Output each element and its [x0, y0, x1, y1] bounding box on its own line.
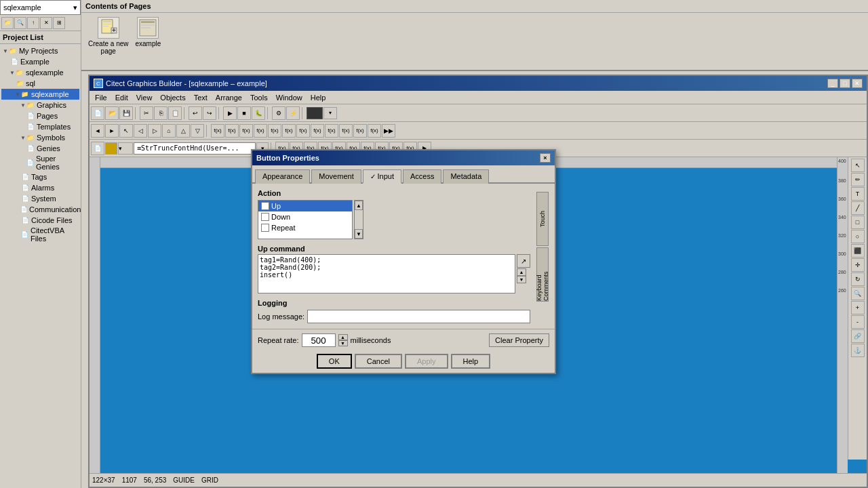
button-properties-dialog: Button Properties × Appearance Movement …: [251, 149, 556, 374]
action-up[interactable]: ✓ Up: [258, 201, 352, 211]
dialog-tabs: Appearance Movement ✓ Input Access Metad…: [252, 165, 555, 184]
apply-button[interactable]: Apply: [405, 354, 448, 369]
action-section: Action ✓ Up Down: [258, 189, 530, 239]
up-command-row: tag1=Rand(400); tag2=Rand(200); insert()…: [258, 254, 530, 293]
up-command-section: Up command tag1=Rand(400); tag2=Rand(200…: [258, 245, 530, 293]
cmd-btn-cursor[interactable]: ↗: [517, 254, 530, 268]
dialog-main-row: Action ✓ Up Down: [258, 189, 549, 323]
spin-up[interactable]: ▲: [338, 334, 348, 340]
logging-section: Logging Log message:: [258, 299, 530, 323]
side-tab-touch[interactable]: Touch: [536, 192, 549, 246]
checkbox-down[interactable]: [261, 213, 269, 221]
dialog-left-col: Action ✓ Up Down: [258, 189, 530, 323]
log-message-label: Log message:: [258, 312, 304, 321]
action-list-scrollbar[interactable]: ▲ ▼: [354, 200, 363, 239]
repeat-rate-unit: milliseconds: [351, 336, 391, 344]
help-button[interactable]: Help: [451, 354, 491, 369]
tab-movement[interactable]: Movement: [311, 169, 361, 184]
cmd-scrollbar[interactable]: ▲ ▼: [517, 268, 526, 283]
logging-label: Logging: [258, 299, 530, 307]
dialog-content: Action ✓ Up Down: [252, 184, 555, 329]
checkbox-up[interactable]: ✓: [261, 202, 269, 210]
dialog-title-label: Button Properties: [256, 154, 319, 162]
action-down[interactable]: Down: [258, 211, 352, 222]
scroll-down-arrow[interactable]: ▼: [355, 229, 363, 239]
ok-button[interactable]: OK: [317, 354, 352, 369]
action-row: ✓ Up Down Repeat: [258, 200, 530, 239]
cmd-side-buttons: ↗ ▲ ▼: [517, 254, 530, 283]
dialog-titlebar: Button Properties ×: [252, 150, 555, 165]
cancel-button[interactable]: Cancel: [355, 354, 402, 369]
up-command-label: Up command: [258, 245, 530, 253]
clear-property-button[interactable]: Clear Property: [489, 333, 549, 347]
tab-metadata[interactable]: Metadata: [443, 169, 489, 184]
scroll-up-arrow[interactable]: ▲: [355, 201, 363, 210]
tab-appearance[interactable]: Appearance: [255, 169, 310, 184]
repeat-rate-section: Repeat rate: ▲ ▼ milliseconds: [258, 333, 485, 347]
dialog-overlay: Button Properties × Appearance Movement …: [0, 0, 868, 488]
dialog-footer: Repeat rate: ▲ ▼ milliseconds Clear Prop…: [252, 329, 555, 351]
action-repeat[interactable]: Repeat: [258, 222, 352, 233]
dialog-close-button[interactable]: ×: [540, 153, 551, 163]
side-tabs-area: Touch Keyboard Comments: [536, 189, 549, 323]
log-message-input[interactable]: [307, 310, 530, 323]
repeat-rate-label: Repeat rate:: [258, 336, 299, 344]
side-tab-keyboard[interactable]: Keyboard Comments: [536, 247, 549, 302]
tab-input[interactable]: ✓ Input: [363, 169, 401, 184]
rate-spin: ▲ ▼: [338, 334, 348, 346]
up-command-textarea[interactable]: tag1=Rand(400); tag2=Rand(200); insert(): [258, 254, 515, 293]
checkbox-repeat[interactable]: [261, 224, 269, 232]
action-label: Action: [258, 189, 530, 197]
spin-down[interactable]: ▼: [338, 340, 348, 346]
action-list[interactable]: ✓ Up Down Repeat: [258, 200, 353, 239]
dialog-action-buttons: OK Cancel Apply Help: [252, 351, 555, 373]
repeat-rate-input[interactable]: [302, 333, 336, 347]
logging-row: Log message:: [258, 310, 530, 323]
tab-input-label: Input: [377, 172, 393, 180]
tab-access[interactable]: Access: [403, 169, 441, 184]
